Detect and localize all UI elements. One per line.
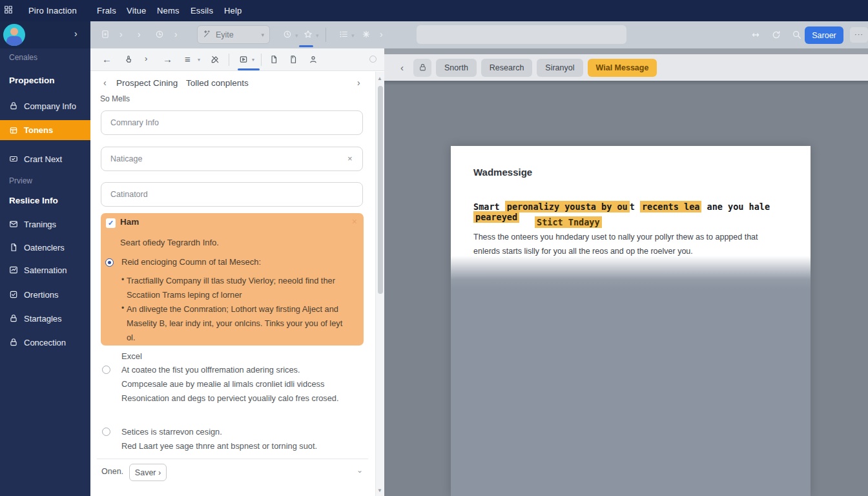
ham-bullet-text: ol. [127, 332, 359, 344]
sidebar-item-oatenclers[interactable]: Oatenclers [0, 239, 90, 256]
footer-label: Onen. [101, 467, 123, 476]
card-close-icon[interactable]: × [352, 216, 357, 227]
message-title: Wadmessige [473, 167, 532, 178]
sidebar-item-label: Startagles [24, 314, 62, 324]
sidebar-item-saternation[interactable]: Saternation [0, 262, 90, 278]
sidebar-item-orertions[interactable]: Orertions [0, 286, 90, 303]
lines-caret-icon[interactable]: ▾ [198, 57, 200, 63]
toolbar-divider [261, 54, 262, 66]
saroer-button[interactable]: Saroer [805, 26, 843, 44]
lines-icon[interactable]: ≡ [185, 54, 191, 65]
app-window: Piro Inaction Frals Vitue Nems Essils He… [0, 0, 868, 496]
person-icon[interactable] [309, 55, 318, 67]
tab-research[interactable]: Research [481, 59, 533, 77]
account-chevron-icon[interactable]: › [74, 28, 78, 39]
sidebar-item-label: Concection [24, 338, 66, 347]
sidebar-item-startagles[interactable]: Startagles [0, 310, 90, 327]
sidebar-item-label: Tonens [24, 125, 53, 135]
setices-radio[interactable] [102, 428, 110, 436]
menu-item-help[interactable]: Help [224, 6, 242, 16]
preview-back-icon[interactable]: ‹ [400, 62, 404, 73]
menu-item-frals[interactable]: Frals [97, 6, 116, 16]
collapse-chevron-icon[interactable]: ⌄ [356, 466, 363, 475]
swap-arrows-icon[interactable] [750, 30, 761, 43]
nav-forward3-icon[interactable]: › [174, 29, 178, 39]
preview-panel: ‹ Snorth Research Siranyol Wial Message … [384, 48, 868, 496]
breadcrumb-part2[interactable]: Tolled conplents [186, 78, 249, 88]
clock-caret-icon[interactable]: ▾ [295, 32, 298, 39]
history-icon[interactable] [155, 30, 164, 41]
list-caret-icon[interactable]: ▾ [351, 32, 355, 39]
sidebar-item-crart-next[interactable]: Crart Next [0, 150, 90, 167]
highlighted-segment: peareyed [473, 211, 519, 223]
clock-icon[interactable] [283, 30, 292, 41]
tab-siranyol[interactable]: Siranyol [537, 59, 583, 77]
snowflake-icon[interactable] [362, 30, 371, 41]
scroll-down-icon[interactable]: ▼ [377, 488, 382, 493]
vertical-scrollbar[interactable]: ▲ ▼ [375, 72, 384, 496]
file-tag-icon[interactable] [289, 55, 298, 67]
sidebar-item-concection[interactable]: Concection [0, 334, 90, 351]
sidebar-item-tonens[interactable]: Tonens [0, 120, 90, 140]
menu-item-piro-inaction[interactable]: Piro Inaction [28, 6, 77, 16]
ham-radio-selected[interactable] [105, 258, 114, 267]
more-options-button[interactable]: ··· [850, 27, 868, 43]
preview-tab-bar: ‹ Snorth Research Siranyol Wial Message [384, 54, 868, 81]
style-select[interactable]: Eyite ▾ [197, 25, 270, 44]
style-select-value: Eyite [216, 30, 234, 39]
lock-chip[interactable] [413, 59, 431, 77]
setices-option-text: Setices is starrevon cesign. [121, 426, 360, 438]
no-edit-icon[interactable] [211, 55, 220, 67]
breadcrumb-part1[interactable]: Prospect Cining [116, 78, 178, 88]
ham-bullet-text: Sccatiion Trams leping cf lorner [127, 289, 359, 301]
breadcrumb-back[interactable]: ‹ [103, 78, 107, 88]
menu-item-essils[interactable]: Essils [191, 6, 213, 16]
nav-forward4-icon[interactable]: › [380, 29, 383, 39]
refresh-icon[interactable] [771, 30, 781, 43]
back-arrow-icon[interactable]: ← [102, 54, 112, 65]
company-info-field[interactable] [101, 110, 363, 135]
naticage-field[interactable] [101, 147, 363, 171]
preview-caret-icon[interactable]: ▾ [252, 57, 254, 63]
top-toolbar: › › › Eyite ▾ ▾ ▾ ▾ › Saroer ··· [90, 21, 868, 48]
sidebar: Cenales Propection Company Info Tonens C… [0, 48, 90, 496]
saver-button[interactable]: Saver › [129, 464, 167, 481]
toolbar-row: › › › › Eyite ▾ ▾ ▾ ▾ › [0, 21, 868, 48]
status-circle-icon [369, 56, 377, 63]
lock-icon [9, 314, 18, 323]
new-doc-icon[interactable] [101, 30, 110, 41]
file-icon[interactable] [269, 55, 278, 67]
toolbar-search-input[interactable] [417, 25, 626, 44]
preview-box-icon[interactable] [239, 55, 248, 67]
favorite-star-icon[interactable] [304, 30, 313, 41]
scrollbar-thumb[interactable] [378, 86, 383, 294]
redo-arrow-icon[interactable]: → [163, 54, 172, 65]
tab-snorth[interactable]: Snorth [436, 59, 477, 77]
ham-checkbox[interactable]: ✓ [106, 218, 116, 228]
app-grid-icon[interactable] [4, 5, 13, 17]
excel-option-text: Resonication and degs to perviect youali… [121, 393, 360, 404]
forward-icon[interactable]: › [145, 54, 147, 63]
tab-wial-message[interactable]: Wial Message [588, 59, 657, 77]
menu-item-vitue[interactable]: Vitue [127, 6, 146, 16]
sidebar-item-tranings[interactable]: Tranings [0, 216, 90, 232]
paragraph-line: Thess the onteers you hndedary uset to n… [473, 232, 758, 242]
menu-item-nems[interactable]: Nems [157, 6, 180, 16]
clear-field-icon[interactable]: × [347, 154, 353, 163]
sidebar-item-company-info[interactable]: Company Info [0, 98, 90, 114]
scroll-up-icon[interactable]: ▲ [377, 76, 382, 81]
wand-icon [203, 30, 211, 40]
star-caret-icon[interactable]: ▾ [316, 32, 319, 39]
user-avatar[interactable] [3, 24, 25, 46]
list-icon[interactable] [339, 30, 348, 41]
nav-forward-icon[interactable]: › [119, 29, 123, 39]
hand-pointer-icon[interactable] [124, 55, 133, 67]
document-icon [9, 243, 18, 252]
excel-radio[interactable] [102, 366, 110, 374]
ham-subtitle: Seart ofiedy Tegrardh Info. [120, 238, 219, 247]
excel-option-text: At coateo the fist you olffremation ader… [121, 364, 360, 376]
catinatord-field[interactable] [101, 182, 363, 207]
search-icon[interactable] [792, 30, 802, 43]
nav-forward2-icon[interactable]: › [138, 29, 141, 39]
breadcrumb-forward[interactable]: › [357, 78, 360, 88]
